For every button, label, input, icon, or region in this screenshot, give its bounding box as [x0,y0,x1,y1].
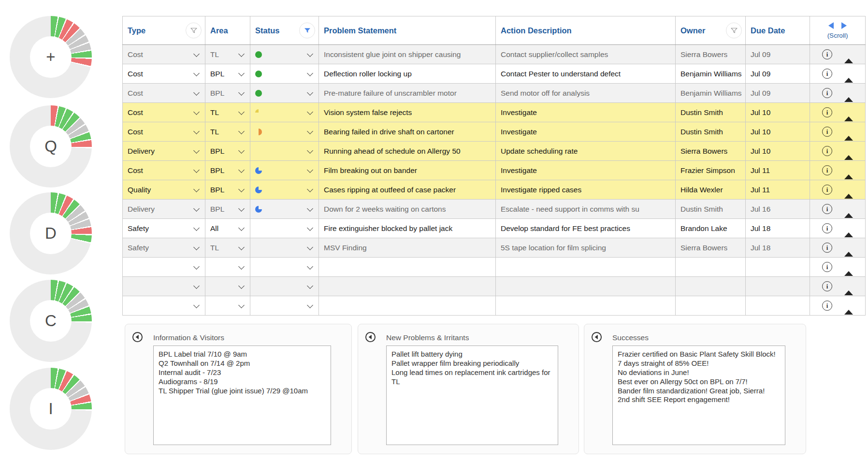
collapse-circle-icon[interactable] [365,331,376,343]
status-select-cell[interactable] [250,64,319,84]
kpi-donut[interactable]: + [10,16,92,98]
kpi-donut[interactable]: D [10,192,92,274]
owner-cell[interactable]: Dustin Smith [676,200,746,219]
problem-cell[interactable]: Inconsistent glue joint on shipper causi… [319,45,496,64]
scroll-left-button[interactable] [828,22,834,29]
problem-cell[interactable]: Pre-mature failure of unscrambler motor [319,84,496,103]
type-select-cell[interactable]: Safety [123,238,205,258]
owner-cell[interactable]: Dustin Smith [676,103,746,122]
scroll-right-button[interactable] [841,22,847,29]
info-icon[interactable]: i [822,243,832,253]
area-select-cell[interactable] [205,296,250,316]
area-select-cell[interactable] [205,277,250,296]
type-select-cell[interactable] [123,277,205,296]
type-select-cell[interactable]: Delivery [123,142,205,161]
action-cell[interactable]: Develop standard for FE best practices [496,219,676,238]
action-cell[interactable] [496,277,676,296]
problem-cell[interactable] [319,277,496,296]
promote-arrow-icon[interactable] [844,302,853,310]
type-select-cell[interactable]: Cost [123,161,205,180]
due-date-cell[interactable] [746,296,810,316]
type-select-cell[interactable]: Cost [123,84,205,103]
info-icon[interactable]: i [822,204,832,214]
promote-arrow-icon[interactable] [844,263,853,272]
action-cell[interactable]: Send motor off for analysis [496,84,676,103]
status-filter-button[interactable] [299,23,315,39]
info-icon[interactable]: i [822,49,832,59]
problem-cell[interactable] [319,258,496,277]
action-cell[interactable] [496,258,676,277]
info-icon[interactable]: i [822,88,832,98]
type-select-cell[interactable]: Cost [123,122,205,142]
action-cell[interactable]: Investigate [496,122,676,142]
type-filter-button[interactable] [186,23,202,39]
promote-arrow-icon[interactable] [844,89,853,98]
type-select-cell[interactable]: Cost [123,64,205,84]
owner-cell[interactable]: Sierra Bowers [676,238,746,258]
info-icon[interactable]: i [822,262,832,272]
status-select-cell[interactable] [250,277,319,296]
area-select-cell[interactable]: BPL [205,64,250,84]
info-icon[interactable]: i [822,127,832,137]
action-cell[interactable]: Investigate [496,161,676,180]
problem-cell[interactable]: MSV Finding [319,238,496,258]
problem-cell[interactable]: Film breaking out on bander [319,161,496,180]
owner-cell[interactable]: Frazier Simpson [676,161,746,180]
promote-arrow-icon[interactable] [844,70,853,78]
promote-arrow-icon[interactable] [844,108,853,117]
status-select-cell[interactable] [250,84,319,103]
new-problems-textbox[interactable]: Pallet lift battery dying Pallet wrapper… [386,346,558,445]
area-select-cell[interactable]: BPL [205,161,250,180]
type-select-cell[interactable]: Delivery [123,200,205,219]
promote-arrow-icon[interactable] [844,50,853,59]
promote-arrow-icon[interactable] [844,186,853,194]
due-date-cell[interactable]: Jul 18 [746,219,810,238]
type-select-cell[interactable]: Quality [123,180,205,200]
due-date-cell[interactable]: Jul 09 [746,84,810,103]
action-cell[interactable]: 5S tape location for film splicing [496,238,676,258]
type-select-cell[interactable]: Safety [123,219,205,238]
due-date-cell[interactable]: Jul 18 [746,238,810,258]
problem-cell[interactable]: Down for 2 weeks waiting on cartons [319,200,496,219]
due-date-cell[interactable]: Jul 10 [746,103,810,122]
info-icon[interactable]: i [822,107,832,117]
status-select-cell[interactable] [250,200,319,219]
owner-cell[interactable] [676,277,746,296]
owner-filter-button[interactable] [726,23,742,39]
due-date-cell[interactable]: Jul 10 [746,142,810,161]
type-select-cell[interactable] [123,258,205,277]
info-icon[interactable]: i [822,281,832,291]
area-select-cell[interactable]: BPL [205,180,250,200]
kpi-donut[interactable]: I [10,368,92,450]
action-cell[interactable] [496,296,676,316]
owner-cell[interactable]: Brandon Lake [676,219,746,238]
due-date-cell[interactable] [746,258,810,277]
kpi-donut[interactable]: C [10,280,92,362]
problem-cell[interactable] [319,296,496,316]
status-select-cell[interactable] [250,296,319,316]
action-cell[interactable]: Escalate - need support in comms with su [496,200,676,219]
status-select-cell[interactable] [250,142,319,161]
due-date-cell[interactable]: Jul 11 [746,161,810,180]
promote-arrow-icon[interactable] [844,147,853,156]
type-select-cell[interactable] [123,296,205,316]
info-icon[interactable]: i [822,165,832,175]
problem-cell[interactable]: Cases ripping at outfeed of case packer [319,180,496,200]
owner-cell[interactable]: Sierra Bowers [676,45,746,64]
due-date-cell[interactable] [746,277,810,296]
promote-arrow-icon[interactable] [844,224,853,233]
owner-cell[interactable]: Hilda Wexler [676,180,746,200]
problem-cell[interactable]: Deflection roller locking up [319,64,496,84]
due-date-cell[interactable]: Jul 16 [746,200,810,219]
problem-cell[interactable]: Vision system false rejects [319,103,496,122]
action-cell[interactable]: Contact supplier/collect samples [496,45,676,64]
area-select-cell[interactable]: BPL [205,142,250,161]
type-select-cell[interactable]: Cost [123,103,205,122]
owner-cell[interactable]: Sierra Bowers [676,142,746,161]
promote-arrow-icon[interactable] [844,166,853,175]
status-select-cell[interactable] [250,180,319,200]
area-select-cell[interactable]: TL [205,103,250,122]
promote-arrow-icon[interactable] [844,244,853,252]
status-select-cell[interactable] [250,45,319,64]
area-select-cell[interactable]: TL [205,238,250,258]
